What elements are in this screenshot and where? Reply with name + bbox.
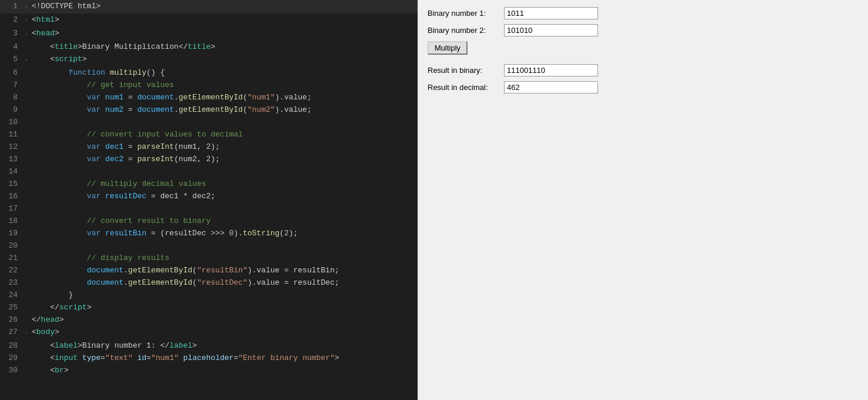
line-dot	[25, 227, 31, 228]
line-dot	[25, 301, 31, 302]
line-content: <!DOCTYPE html>	[31, 0, 418, 12]
result-binary-input[interactable]	[504, 64, 598, 76]
line-content: </head>	[31, 314, 418, 326]
line-dot	[25, 178, 31, 179]
binary2-label: Binary number 2:	[428, 26, 504, 35]
line-content: function multiply() {	[31, 66, 418, 79]
code-line: 7 // get input values	[0, 79, 418, 91]
code-line: 26 </head>	[0, 314, 418, 326]
line-number: 19	[0, 227, 25, 239]
result-decimal-row: Result in decimal:	[428, 81, 859, 94]
line-number: 6	[0, 66, 25, 79]
line-dot	[25, 116, 31, 117]
code-line: 25 </script>	[0, 301, 418, 314]
line-content: var resultDec = dec1 * dec2;	[31, 190, 418, 202]
code-line: 23 document.getElementById("resultDec").…	[0, 276, 418, 289]
line-dot: ·	[25, 326, 31, 339]
line-dot	[25, 352, 31, 353]
line-content: <head>	[31, 27, 418, 39]
code-line: 18 // convert result to binary	[0, 215, 418, 227]
line-number: 9	[0, 104, 25, 116]
line-dot	[25, 104, 31, 105]
result-decimal-input[interactable]	[504, 81, 598, 94]
line-content: // display results	[31, 252, 418, 264]
line-content: </script>	[31, 301, 418, 314]
code-line: 28 <label>Binary number 1: </label>	[0, 339, 418, 352]
line-number: 25	[0, 301, 25, 314]
line-content: document.getElementById("resultBin").val…	[31, 264, 418, 276]
line-dot	[25, 276, 31, 278]
preview-panel: Binary number 1: Binary number 2: Multip…	[418, 0, 868, 400]
line-number: 17	[0, 202, 25, 215]
line-content: }	[31, 289, 418, 301]
line-dot: ·	[25, 0, 31, 14]
multiply-button[interactable]: Multiply	[428, 41, 468, 55]
line-dot	[25, 339, 31, 341]
line-number: 22	[0, 264, 25, 276]
line-number: 13	[0, 153, 25, 165]
line-number: 29	[0, 352, 25, 364]
line-content: document.getElementById("resultDec").val…	[31, 276, 418, 289]
line-dot	[25, 202, 31, 204]
line-number: 24	[0, 289, 25, 301]
line-content: var dec2 = parseInt(num2, 2);	[31, 153, 418, 165]
line-content: // convert input values to decimal	[31, 128, 418, 141]
result-decimal-label: Result in decimal:	[428, 83, 504, 92]
line-dot: ·	[25, 14, 31, 27]
code-line: 30 <br>	[0, 364, 418, 376]
line-content: <script>	[31, 53, 418, 65]
line-number: 27	[0, 326, 25, 338]
line-number: 12	[0, 141, 25, 153]
line-number: 26	[0, 314, 25, 326]
binary1-row: Binary number 1:	[428, 7, 859, 19]
line-content: // get input values	[31, 79, 418, 91]
line-content: <title>Binary Multiplication</title>	[31, 41, 418, 53]
code-line: 24 }	[0, 289, 418, 301]
line-content: <br>	[31, 364, 418, 376]
line-number: 8	[0, 91, 25, 104]
result-binary-label: Result in binary:	[428, 66, 504, 75]
code-line: 29 <input type="text" id="num1" placehol…	[0, 352, 418, 364]
line-dot	[25, 252, 31, 253]
line-content: <body>	[31, 326, 418, 338]
line-dot	[25, 79, 31, 80]
line-number: 15	[0, 178, 25, 190]
binary1-input[interactable]	[504, 7, 598, 19]
line-number: 10	[0, 116, 25, 128]
line-number: 21	[0, 252, 25, 264]
code-line: 3·<head>	[0, 27, 418, 41]
line-dot	[25, 215, 31, 216]
code-line: 4 <title>Binary Multiplication</title>	[0, 41, 418, 53]
binary2-input[interactable]	[504, 24, 598, 36]
line-number: 23	[0, 276, 25, 289]
line-dot: ·	[25, 53, 31, 66]
line-content: <label>Binary number 1: </label>	[31, 339, 418, 352]
line-dot: ·	[25, 27, 31, 41]
code-line: 16 var resultDec = dec1 * dec2;	[0, 190, 418, 202]
line-content: var resultBin = (resultDec >>> 0).toStri…	[31, 227, 418, 239]
line-content: <html>	[31, 14, 418, 26]
line-number: 16	[0, 190, 25, 202]
code-line: 14	[0, 165, 418, 178]
line-number: 7	[0, 79, 25, 91]
line-number: 5	[0, 53, 25, 65]
line-content: // multiply decimal values	[31, 178, 418, 190]
line-dot	[25, 364, 31, 365]
line-number: 11	[0, 128, 25, 141]
binary2-row: Binary number 2:	[428, 24, 859, 36]
code-line: 6 function multiply() {	[0, 66, 418, 79]
code-line: 2·<html>	[0, 14, 418, 27]
code-line: 10	[0, 116, 418, 128]
code-line: 22 document.getElementById("resultBin").…	[0, 264, 418, 276]
line-dot	[25, 190, 31, 191]
code-line: 13 var dec2 = parseInt(num2, 2);	[0, 153, 418, 165]
line-number: 28	[0, 339, 25, 352]
line-number: 3	[0, 27, 25, 39]
line-number: 18	[0, 215, 25, 227]
line-content: var num2 = document.getElementById("num2…	[31, 104, 418, 116]
code-line: 5· <script>	[0, 53, 418, 66]
line-dot	[25, 141, 31, 142]
line-dot	[25, 66, 31, 68]
line-content: var dec1 = parseInt(num1, 2);	[31, 141, 418, 153]
code-editor: 1·<!DOCTYPE html>2·<html>3·<head>4 <titl…	[0, 0, 418, 400]
